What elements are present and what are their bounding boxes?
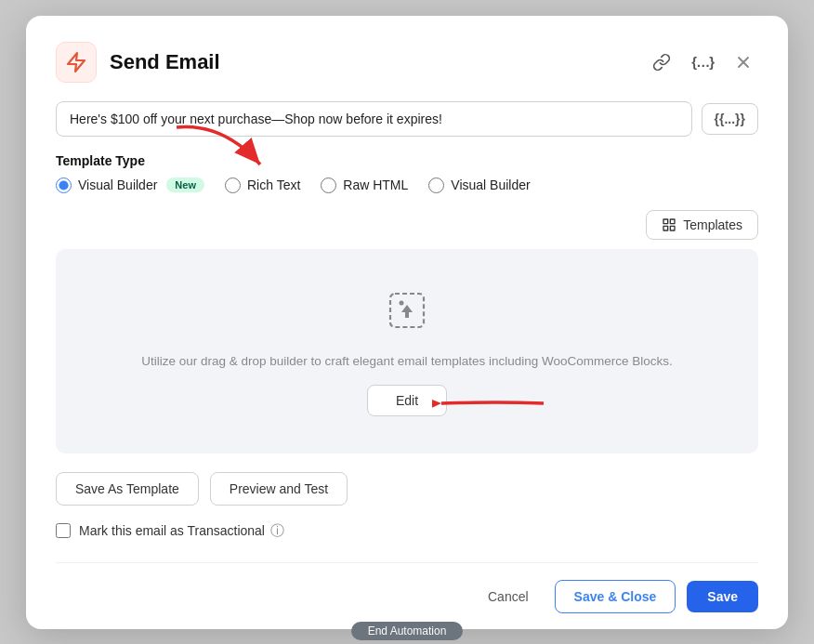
- template-type-section: Template Type Visual Builder New Rich Te…: [56, 153, 758, 193]
- radio-input-rich-text[interactable]: [225, 177, 241, 193]
- new-badge: New: [166, 177, 204, 192]
- send-email-modal: Send Email {…}: [26, 16, 788, 629]
- red-arrow-annotation-2: [432, 375, 553, 431]
- radio-input-raw-html[interactable]: [321, 177, 336, 193]
- link-icon: [652, 53, 671, 72]
- curly-braces-icon: {…}: [691, 54, 714, 70]
- drag-drop-svg: [383, 286, 431, 335]
- transactional-checkbox[interactable]: [56, 523, 71, 538]
- preview-and-test-label: Preview and Test: [230, 481, 328, 496]
- builder-area: Utilize our drag & drop builder to craft…: [56, 249, 758, 453]
- radio-input-visual-builder-2[interactable]: [428, 177, 444, 193]
- save-as-template-label: Save As Template: [75, 481, 179, 496]
- builder-description: Utilize our drag & drop builder to craft…: [141, 354, 673, 368]
- svg-rect-5: [671, 219, 676, 224]
- radio-label-raw-html: Raw HTML: [343, 177, 408, 192]
- edit-button[interactable]: Edit: [367, 385, 447, 416]
- radio-label-rich-text: Rich Text: [247, 177, 300, 192]
- subject-row: {{...}}: [56, 101, 758, 137]
- save-as-template-button[interactable]: Save As Template: [56, 472, 199, 506]
- modal-header: Send Email {…}: [56, 42, 758, 83]
- transactional-label[interactable]: Mark this email as Transactional ⓘ: [79, 522, 284, 540]
- svg-rect-6: [663, 226, 668, 230]
- radio-group: Visual Builder New Rich Text Raw HTML Vi…: [56, 177, 758, 193]
- modal-icon: [56, 42, 97, 83]
- action-row: Save As Template Preview and Test: [56, 472, 758, 506]
- subject-input[interactable]: [56, 101, 692, 137]
- svg-marker-0: [68, 53, 85, 72]
- cancel-button[interactable]: Cancel: [473, 581, 544, 612]
- preview-and-test-button[interactable]: Preview and Test: [210, 472, 348, 506]
- variables-button[interactable]: {{...}}: [702, 103, 758, 135]
- svg-rect-7: [671, 226, 676, 230]
- lightning-icon: [65, 51, 87, 73]
- radio-label-visual-builder: Visual Builder: [78, 177, 157, 192]
- svg-point-9: [400, 300, 404, 305]
- radio-visual-builder-2[interactable]: Visual Builder: [428, 177, 530, 193]
- bottom-bar: End Automation: [0, 618, 814, 644]
- curly-label: {{...}}: [715, 112, 745, 126]
- footer-row: Cancel Save & Close Save: [56, 562, 758, 613]
- templates-button[interactable]: Templates: [646, 210, 758, 240]
- end-automation-button[interactable]: End Automation: [351, 622, 464, 640]
- templates-label: Templates: [683, 217, 742, 232]
- save-and-close-button[interactable]: Save & Close: [555, 580, 676, 613]
- save-button[interactable]: Save: [687, 581, 758, 612]
- header-actions: {…}: [647, 49, 758, 75]
- close-icon: [734, 53, 753, 72]
- modal-title: Send Email: [110, 50, 647, 74]
- info-icon: ⓘ: [270, 522, 284, 540]
- checkbox-row: Mark this email as Transactional ⓘ: [56, 522, 758, 540]
- templates-row: Templates: [56, 210, 758, 240]
- templates-icon: [662, 217, 676, 232]
- code-button[interactable]: {…}: [686, 50, 719, 73]
- radio-input-visual-builder[interactable]: [56, 177, 72, 193]
- radio-visual-builder[interactable]: Visual Builder New: [56, 177, 204, 193]
- close-button[interactable]: [729, 49, 758, 75]
- radio-rich-text[interactable]: Rich Text: [225, 177, 300, 193]
- drag-drop-icon: [383, 286, 431, 341]
- template-type-label: Template Type: [56, 153, 758, 168]
- radio-label-visual-builder-2: Visual Builder: [451, 177, 530, 192]
- svg-rect-4: [663, 219, 668, 224]
- radio-raw-html[interactable]: Raw HTML: [321, 177, 408, 193]
- modal-overlay: Send Email {…}: [0, 0, 814, 644]
- link-button[interactable]: [647, 49, 676, 75]
